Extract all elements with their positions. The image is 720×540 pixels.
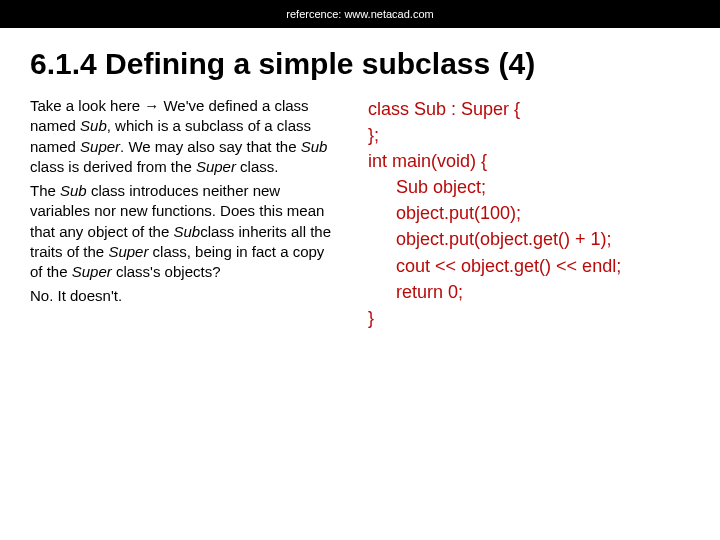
text: The: [30, 182, 60, 199]
paragraph-3: No. It doesn't.: [30, 286, 340, 306]
code-line: Sub object;: [368, 174, 690, 200]
text: . We may also say that the: [120, 138, 301, 155]
code-line: return 0;: [368, 279, 690, 305]
code-line: }: [368, 305, 690, 331]
code-block: class Sub : Super { }; int main(void) { …: [368, 96, 690, 331]
code-line: class Sub : Super {: [368, 96, 690, 122]
class-name-super: Super: [80, 138, 120, 155]
content-columns: Take a look here → We've defined a class…: [0, 96, 720, 331]
code-line: object.put(object.get() + 1);: [368, 226, 690, 252]
code-line: };: [368, 122, 690, 148]
class-name-sub: Sub: [80, 117, 107, 134]
code-line: cout << object.get() << endl;: [368, 253, 690, 279]
paragraph-2: The Sub class introduces neither new var…: [30, 181, 340, 282]
text: class.: [236, 158, 279, 175]
slide-title: 6.1.4 Defining a simple subclass (4): [0, 28, 720, 96]
topbar: refercence: www.netacad.com: [0, 0, 720, 28]
text: class's objects?: [112, 263, 221, 280]
code-line: object.put(100);: [368, 200, 690, 226]
class-name-sub: Sub: [173, 223, 200, 240]
class-name-super: Super: [72, 263, 112, 280]
left-column: Take a look here → We've defined a class…: [30, 96, 340, 331]
slide: refercence: www.netacad.com 6.1.4 Defini…: [0, 0, 720, 540]
text: class is derived from the: [30, 158, 196, 175]
code-line: int main(void) {: [368, 148, 690, 174]
class-name-super: Super: [108, 243, 148, 260]
class-name-super: Super: [196, 158, 236, 175]
class-name-sub: Sub: [60, 182, 87, 199]
paragraph-1: Take a look here → We've defined a class…: [30, 96, 340, 177]
topbar-text: refercence: www.netacad.com: [286, 8, 433, 20]
class-name-sub: Sub: [301, 138, 328, 155]
